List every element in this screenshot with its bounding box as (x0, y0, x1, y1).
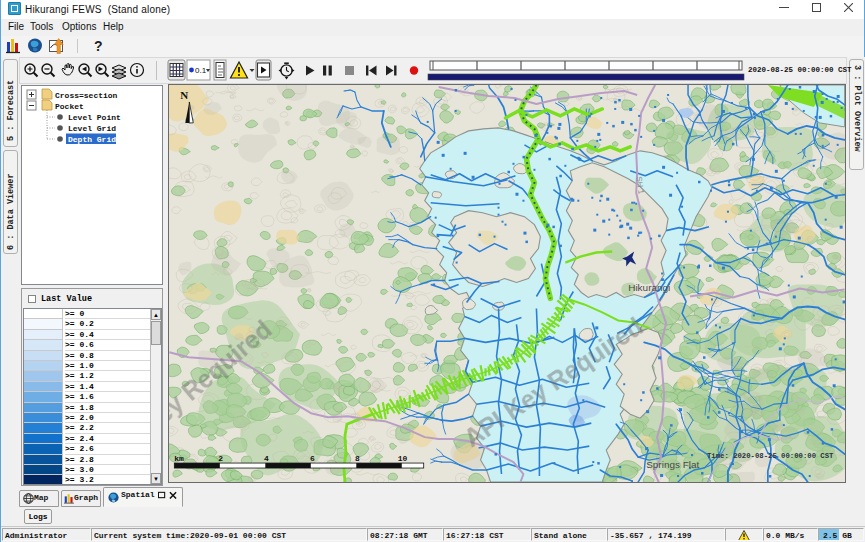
svg-text:0.1: 0.1 (195, 66, 207, 75)
svg-text:6: 6 (310, 454, 315, 463)
svg-text:Cross=section: Cross=section (55, 91, 118, 100)
svg-text:Depth Grid: Depth Grid (68, 135, 116, 144)
svg-text:N: N (180, 89, 188, 101)
svg-text:Hikurangi: Hikurangi (628, 282, 670, 293)
svg-text:?: ? (94, 38, 103, 54)
svg-text:4: 4 (264, 454, 269, 463)
svg-text:10: 10 (398, 454, 408, 463)
svg-text:Time: 2020-08-25 00:00:00 CST: Time: 2020-08-25 00:00:00 CST (707, 452, 834, 460)
svg-text:Springs Flat: Springs Flat (646, 459, 699, 470)
svg-text:8: 8 (355, 454, 360, 463)
svg-text:Level Point: Level Point (68, 113, 121, 122)
svg-text:Pocket: Pocket (55, 102, 84, 111)
svg-text:Level Grid: Level Grid (68, 124, 116, 133)
svg-text:km: km (174, 454, 184, 463)
svg-text:2: 2 (218, 454, 223, 463)
